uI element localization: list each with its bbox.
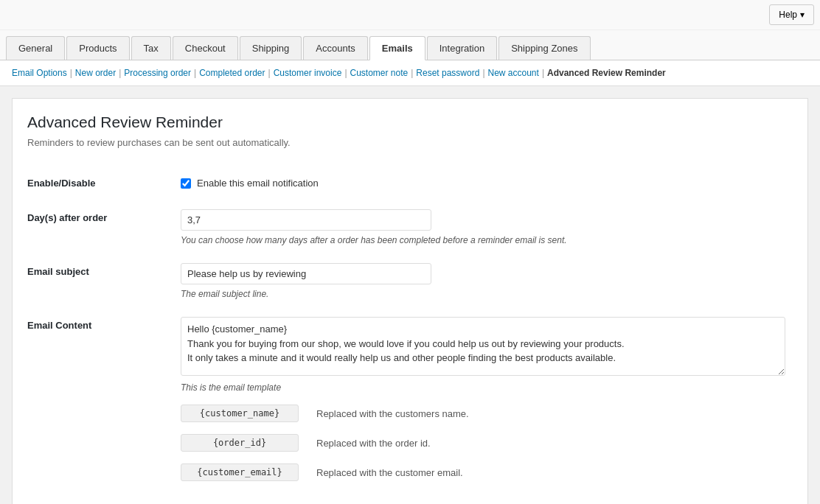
sep-4: |	[268, 68, 271, 78]
tab-integration[interactable]: Integration	[427, 36, 497, 60]
sep-6: |	[411, 68, 413, 78]
email-content-textarea[interactable]	[181, 317, 785, 376]
tab-products[interactable]: Products	[66, 36, 129, 60]
page-title: Advanced Review Reminder	[27, 113, 793, 131]
email-content-description: This is the email template	[181, 382, 787, 393]
days-after-row: Day(s) after order You can choose how ma…	[27, 200, 793, 254]
enable-disable-row: Enable/Disable Enable this email notific…	[27, 166, 793, 200]
email-subject-label: Email subject	[27, 266, 89, 277]
enable-checkbox-label: Enable this email notification	[197, 178, 319, 189]
page-description: Reminders to review purchases can be sen…	[27, 137, 793, 148]
days-after-description: You can choose how many days after a ord…	[181, 235, 787, 245]
enable-disable-label: Enable/Disable	[27, 178, 95, 189]
enable-checkbox[interactable]	[181, 178, 191, 189]
breadcrumb-customer-note[interactable]: Customer note	[350, 68, 409, 78]
variable-tag-customer-email: {customer_email}	[181, 463, 299, 481]
breadcrumb-new-account[interactable]: New account	[488, 68, 539, 78]
breadcrumb: Email Options | New order | Processing o…	[0, 60, 820, 86]
variable-tag-order-id: {order_id}	[181, 434, 299, 452]
variable-desc-customer-name: Replaced with the customers name.	[316, 408, 469, 419]
email-subject-description: The email subject line.	[181, 289, 787, 299]
days-after-input[interactable]	[181, 209, 431, 231]
help-label: Help	[779, 10, 797, 20]
help-button[interactable]: Help ▾	[769, 4, 814, 25]
tab-bar: General Products Tax Checkout Shipping A…	[0, 30, 820, 60]
sep-8: |	[542, 68, 544, 78]
breadcrumb-new-order[interactable]: New order	[75, 68, 116, 78]
tab-accounts[interactable]: Accounts	[303, 36, 367, 60]
breadcrumb-email-options[interactable]: Email Options	[12, 68, 67, 78]
chevron-down-icon: ▾	[800, 10, 805, 20]
variable-row-customer-email: {customer_email} Replaced with the custo…	[181, 463, 787, 481]
sep-5: |	[344, 68, 347, 78]
days-after-label: Day(s) after order	[27, 212, 107, 223]
email-content-label: Email Content	[27, 320, 91, 331]
variable-row-customer-name: {customer_name} Replaced with the custom…	[181, 405, 787, 422]
sep-3: |	[194, 68, 196, 78]
breadcrumb-current: Advanced Review Reminder	[547, 68, 666, 78]
variables-table: {customer_name} Replaced with the custom…	[181, 405, 787, 481]
variable-tag-customer-name: {customer_name}	[181, 405, 299, 422]
breadcrumb-reset-password[interactable]: Reset password	[416, 68, 479, 78]
settings-form: Enable/Disable Enable this email notific…	[27, 166, 793, 502]
sep-7: |	[482, 68, 484, 78]
tab-shipping-zones[interactable]: Shipping Zones	[498, 36, 590, 60]
variable-row-order-id: {order_id} Replaced with the order id.	[181, 434, 787, 452]
breadcrumb-customer-invoice[interactable]: Customer invoice	[274, 68, 342, 78]
tab-checkout[interactable]: Checkout	[173, 36, 238, 60]
breadcrumb-processing-order[interactable]: Processing order	[124, 68, 191, 78]
variable-desc-order-id: Replaced with the order id.	[316, 438, 431, 449]
main-content: Advanced Review Reminder Reminders to re…	[12, 98, 808, 504]
tab-general[interactable]: General	[6, 36, 65, 60]
email-content-row: Email Content This is the email template…	[27, 308, 793, 502]
email-subject-input[interactable]	[181, 263, 431, 284]
email-subject-row: Email subject The email subject line.	[27, 254, 793, 308]
tab-emails[interactable]: Emails	[369, 36, 425, 60]
variable-desc-customer-email: Replaced with the customer email.	[316, 467, 463, 478]
enable-checkbox-row: Enable this email notification	[181, 175, 787, 189]
sep-2: |	[119, 68, 121, 78]
tab-tax[interactable]: Tax	[131, 36, 171, 60]
tab-shipping[interactable]: Shipping	[240, 36, 302, 60]
sep-1: |	[70, 68, 72, 78]
breadcrumb-completed-order[interactable]: Completed order	[199, 68, 265, 78]
